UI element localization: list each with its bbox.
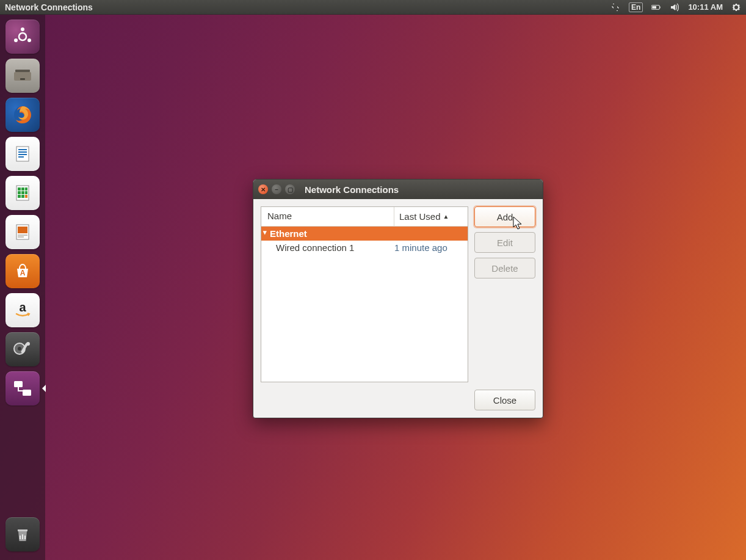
svg-point-3 [19, 33, 26, 40]
svg-rect-24 [21, 195, 24, 198]
svg-rect-25 [25, 195, 27, 198]
launcher-files[interactable] [5, 59, 40, 93]
launcher-network-connections[interactable] [5, 371, 40, 405]
language-indicator[interactable]: En [629, 2, 643, 12]
svg-rect-19 [25, 187, 27, 191]
svg-rect-13 [18, 151, 27, 153]
window-minimize-button[interactable]: – [272, 184, 281, 194]
dialog-title: Network Connections [305, 184, 399, 195]
connections-list[interactable]: Name Last Used ▲ Ethernet Wired connecti… [261, 206, 468, 382]
svg-rect-39 [20, 536, 21, 539]
svg-point-4 [21, 27, 24, 31]
svg-rect-29 [18, 236, 24, 238]
svg-point-6 [14, 38, 18, 42]
launcher-impress[interactable] [5, 215, 40, 249]
gear-icon[interactable] [731, 2, 741, 12]
close-button[interactable]: Close [474, 390, 535, 410]
column-last-used-label: Last Used [399, 211, 441, 222]
launcher-firefox[interactable] [5, 98, 40, 132]
svg-rect-7 [15, 70, 30, 72]
launcher-settings[interactable] [5, 332, 40, 366]
svg-text:a: a [19, 300, 26, 314]
app-title: Network Connections [5, 2, 93, 12]
svg-rect-21 [21, 191, 24, 194]
connection-last-used: 1 minute ago [394, 242, 468, 253]
top-menubar: Network Connections En 10:11 AM [0, 0, 746, 15]
list-header: Name Last Used ▲ [261, 207, 468, 227]
svg-rect-36 [14, 381, 23, 387]
launcher-software[interactable]: A [5, 254, 40, 288]
svg-rect-40 [22, 534, 23, 539]
svg-text:A: A [20, 269, 26, 277]
svg-rect-28 [18, 235, 27, 236]
dialog-titlebar[interactable]: ✕ – ▢ Network Connections [253, 180, 543, 199]
launcher-trash[interactable] [5, 517, 40, 551]
svg-rect-1 [660, 6, 661, 8]
svg-rect-9 [20, 78, 25, 80]
column-last-used[interactable]: Last Used ▲ [394, 207, 468, 226]
clock[interactable]: 10:11 AM [688, 2, 723, 12]
svg-point-35 [26, 342, 30, 346]
svg-rect-38 [18, 529, 27, 531]
svg-rect-2 [653, 6, 657, 9]
svg-rect-12 [18, 149, 27, 150]
launcher-calc[interactable] [5, 176, 40, 210]
battery-icon[interactable] [651, 2, 661, 12]
connection-row[interactable]: Wired connection 1 1 minute ago [261, 241, 468, 255]
system-tray: En 10:11 AM [610, 2, 741, 12]
connection-name: Wired connection 1 [261, 242, 394, 253]
svg-rect-14 [18, 154, 27, 155]
svg-rect-15 [18, 156, 24, 158]
edit-button[interactable]: Edit [474, 232, 535, 253]
sort-ascending-icon: ▲ [443, 213, 449, 220]
delete-button[interactable]: Delete [474, 258, 535, 278]
window-maximize-button[interactable]: ▢ [285, 184, 295, 194]
window-close-button[interactable]: ✕ [258, 184, 268, 194]
svg-rect-23 [18, 195, 21, 198]
network-indicator-icon[interactable] [610, 2, 620, 12]
group-ethernet[interactable]: Ethernet [261, 227, 468, 241]
svg-rect-20 [18, 191, 21, 194]
launcher-dash[interactable] [5, 20, 40, 54]
svg-point-33 [18, 347, 21, 351]
svg-point-5 [27, 38, 31, 42]
network-connections-dialog: ✕ – ▢ Network Connections Name Last Used… [253, 179, 543, 418]
svg-rect-41 [24, 536, 26, 539]
launcher-writer[interactable] [5, 137, 40, 171]
column-name[interactable]: Name [261, 207, 394, 226]
launcher-amazon[interactable]: a [5, 293, 40, 327]
svg-rect-27 [18, 227, 27, 233]
svg-rect-22 [25, 191, 27, 194]
launcher: A a [0, 15, 45, 560]
svg-rect-18 [21, 187, 24, 191]
volume-icon[interactable] [670, 2, 679, 12]
add-button[interactable]: Add [474, 206, 535, 227]
svg-rect-17 [18, 187, 21, 191]
